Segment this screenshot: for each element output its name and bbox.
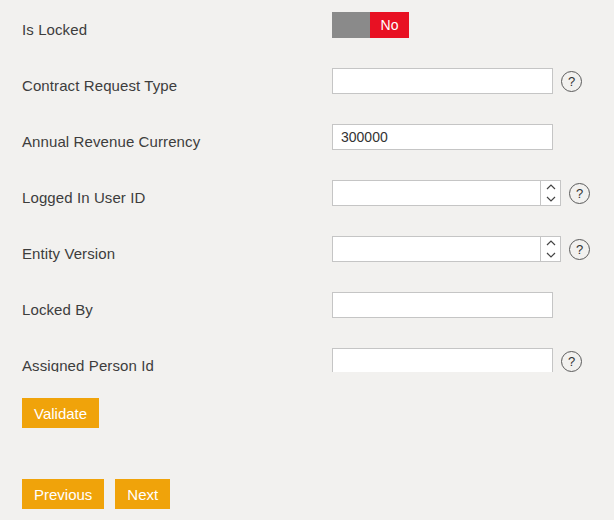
form-row-contract-request-type: Contract Request Type ? <box>0 68 614 94</box>
entity-version-input[interactable] <box>333 237 540 261</box>
nav-buttons: Previous Next <box>22 479 614 509</box>
field-label-is-locked: Is Locked <box>0 12 332 38</box>
locked-by-input[interactable] <box>333 293 552 317</box>
field-control: ? <box>332 348 582 372</box>
annual-revenue-currency-input[interactable] <box>333 125 552 149</box>
field-control: ? <box>332 180 590 206</box>
logged-in-user-id-input[interactable] <box>333 181 540 205</box>
form-row-locked-by: Locked By <box>0 292 614 318</box>
text-input-wrap <box>332 292 553 318</box>
spinner-down-icon[interactable] <box>541 249 560 261</box>
form-area: Is Locked No Contract Request Type ? Ann… <box>0 0 614 372</box>
spinner <box>540 237 560 261</box>
field-control <box>332 124 553 150</box>
form-row-logged-in-user-id: Logged In User ID ? <box>0 180 614 206</box>
assigned-person-id-input[interactable] <box>333 349 552 372</box>
field-control: No <box>332 12 409 38</box>
number-input-wrap <box>332 180 561 206</box>
page: Is Locked No Contract Request Type ? Ann… <box>0 0 614 520</box>
field-control: ? <box>332 68 582 94</box>
is-locked-toggle[interactable]: No <box>332 12 409 38</box>
form-row-is-locked: Is Locked No <box>0 12 614 38</box>
contract-request-type-help-icon[interactable]: ? <box>561 71 582 92</box>
text-input-wrap <box>332 68 553 94</box>
text-input-wrap <box>332 124 553 150</box>
toggle-knob <box>332 12 370 38</box>
field-label-annual-revenue-currency: Annual Revenue Currency <box>0 124 332 150</box>
spinner <box>540 181 560 205</box>
form-row-entity-version: Entity Version ? <box>0 236 614 262</box>
contract-request-type-input[interactable] <box>333 69 552 93</box>
spinner-up-icon[interactable] <box>541 181 560 193</box>
field-control <box>332 292 553 318</box>
field-control: ? <box>332 236 590 262</box>
field-label-assigned-person-id: Assigned Person Id <box>0 348 332 372</box>
previous-button[interactable]: Previous <box>22 479 104 509</box>
number-input-wrap <box>332 236 561 262</box>
spinner-up-icon[interactable] <box>541 237 560 249</box>
form-row-annual-revenue-currency: Annual Revenue Currency <box>0 124 614 150</box>
field-label-contract-request-type: Contract Request Type <box>0 68 332 94</box>
next-button[interactable]: Next <box>115 479 170 509</box>
assigned-person-id-help-icon[interactable]: ? <box>561 351 582 372</box>
spinner-down-icon[interactable] <box>541 193 560 205</box>
toggle-state-label: No <box>370 12 409 38</box>
field-label-entity-version: Entity Version <box>0 236 332 262</box>
field-label-logged-in-user-id: Logged In User ID <box>0 180 332 206</box>
entity-version-help-icon[interactable]: ? <box>569 239 590 260</box>
validate-button[interactable]: Validate <box>22 398 99 428</box>
field-label-locked-by: Locked By <box>0 292 332 318</box>
logged-in-user-id-help-icon[interactable]: ? <box>569 183 590 204</box>
text-input-wrap <box>332 348 553 372</box>
form-row-assigned-person-id: Assigned Person Id ? <box>0 348 614 372</box>
